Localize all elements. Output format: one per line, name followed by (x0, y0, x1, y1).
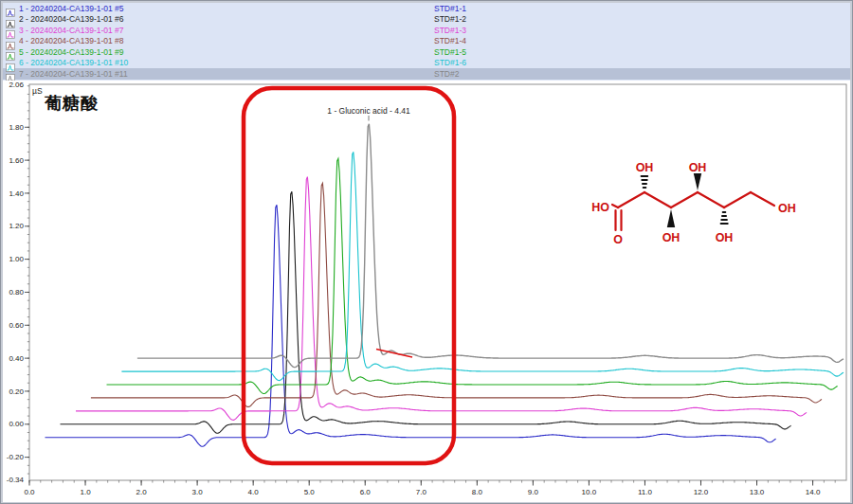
sample-label: 4 - 20240204-CA139-1-01 #8 (19, 36, 434, 45)
legend-row[interactable]: 5 - 20240204-CA139-1-01 #9STD#1-5 (3, 46, 850, 58)
svg-text:12.0: 12.0 (694, 488, 709, 496)
trace-icon (6, 26, 15, 34)
svg-text:13.0: 13.0 (750, 488, 765, 496)
legend-list: 1 - 20240204-CA139-1-01 #5STD#1-12 - 202… (3, 3, 850, 80)
svg-text:1.80: 1.80 (9, 123, 24, 132)
legend-row[interactable]: 3 - 20240204-CA139-1-01 #7STD#1-3 (3, 25, 850, 36)
svg-text:0.20: 0.20 (9, 387, 24, 396)
svg-text:1.0: 1.0 (80, 488, 91, 496)
svg-text:5.0: 5.0 (304, 488, 316, 496)
sample-label: 6 - 20240204-CA139-1-01 #10 (19, 58, 434, 67)
std-label: STD#1-2 (434, 14, 466, 24)
std-label: STD#1-4 (434, 36, 466, 45)
svg-text:-0.20: -0.20 (7, 453, 25, 461)
legend-row[interactable]: 1 - 20240204-CA139-1-01 #5STD#1-1 (3, 3, 850, 14)
svg-text:0.40: 0.40 (9, 354, 24, 363)
plot-area[interactable] (29, 84, 846, 480)
chart-title: 葡糖酸 (45, 92, 99, 115)
svg-text:8.0: 8.0 (472, 488, 483, 496)
oh-label-c5: OH (716, 231, 734, 244)
oh-label-c3: OH (662, 231, 681, 244)
oh-label-c2: OH (636, 161, 654, 174)
oh-label-c4: OH (689, 161, 707, 174)
svg-text:0.00: 0.00 (9, 420, 24, 428)
legend-row[interactable]: 4 - 20240204-CA139-1-01 #8STD#1-4 (3, 36, 850, 47)
svg-text:1.20: 1.20 (9, 222, 24, 230)
svg-text:-0.34: -0.34 (7, 476, 25, 484)
trace-icon (6, 15, 15, 24)
svg-text:1.60: 1.60 (9, 156, 24, 165)
legend-row[interactable]: 6 - 20240204-CA139-1-01 #10STD#1-6 (3, 58, 850, 69)
svg-text:3.0: 3.0 (192, 488, 204, 496)
chromatography-window: 1 - 20240204-CA139-1-01 #5STD#1-12 - 202… (0, 0, 853, 504)
peak-annotation-label: 1 - Gluconic acid - 4.41 (327, 106, 410, 116)
svg-text:0.80: 0.80 (9, 288, 24, 297)
chromatogram-chart[interactable]: µS -0.200.000.200.400.600.801.001.201.40… (3, 81, 850, 502)
std-label: STD#1-6 (434, 58, 466, 67)
carbonyl-o-label: O (613, 233, 623, 246)
trace-icon (6, 4, 15, 12)
std-label: STD#1-3 (434, 26, 466, 35)
trace-icon (6, 37, 15, 45)
trace-icon (6, 47, 15, 56)
legend-panel: 1 - 20240204-CA139-1-01 #5STD#1-12 - 202… (3, 3, 850, 81)
trace-icon (6, 59, 15, 67)
svg-text:7.0: 7.0 (416, 488, 427, 496)
svg-text:2.06: 2.06 (9, 81, 24, 89)
sample-label: 3 - 20240204-CA139-1-01 #7 (19, 26, 434, 35)
ho-label: HO (591, 201, 609, 214)
std-label: STD#2 (434, 69, 459, 79)
oh-label-c6: OH (778, 202, 796, 215)
svg-text:1.00: 1.00 (9, 255, 24, 263)
std-label: STD#1-1 (434, 4, 466, 13)
chart-panel: 葡糖酸 µS -0.200.000.200.400.600.801.001.20… (3, 81, 850, 502)
svg-text:2.0: 2.0 (136, 488, 148, 496)
svg-text:6.0: 6.0 (360, 488, 372, 496)
svg-text:11.0: 11.0 (638, 488, 653, 496)
sample-label: 5 - 20240204-CA139-1-01 #9 (19, 47, 434, 57)
svg-text:0.60: 0.60 (9, 321, 24, 330)
svg-text:9.0: 9.0 (528, 488, 539, 496)
svg-text:10.0: 10.0 (582, 488, 597, 496)
legend-row[interactable]: 7 - 20240204-CA139-1-01 #11STD#2 (3, 68, 850, 80)
sample-label: 7 - 20240204-CA139-1-01 #11 (19, 69, 434, 79)
trace-icon (6, 69, 15, 78)
svg-text:1.40: 1.40 (9, 189, 24, 198)
std-label: STD#1-5 (434, 47, 466, 57)
svg-text:4.0: 4.0 (248, 488, 260, 496)
legend-row[interactable]: 2 - 20240204-CA139-1-01 #6STD#1-2 (3, 14, 850, 26)
svg-text:14.0: 14.0 (806, 488, 821, 496)
sample-label: 2 - 20240204-CA139-1-01 #6 (19, 14, 434, 24)
y-axis-unit: µS (32, 86, 43, 96)
sample-label: 1 - 20240204-CA139-1-01 #5 (19, 4, 434, 13)
svg-text:0.0: 0.0 (24, 488, 35, 496)
